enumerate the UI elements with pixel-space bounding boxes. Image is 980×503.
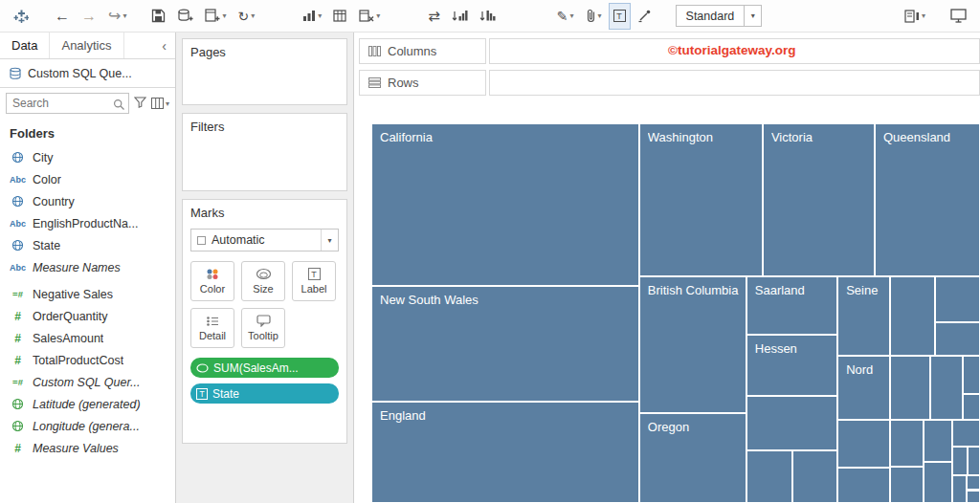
refresh-button[interactable]: ↻▾ — [234, 4, 258, 29]
detail-button[interactable]: Detail — [190, 308, 234, 348]
sort-ascending-button[interactable] — [448, 4, 472, 29]
treemap-cell-british-columbia[interactable]: British Columbia — [639, 276, 746, 413]
field-city[interactable]: City — [0, 146, 175, 168]
treemap-cell[interactable] — [963, 356, 980, 394]
treemap-cell[interactable] — [952, 447, 969, 474]
fix-axes-icon — [637, 10, 651, 23]
filters-card[interactable]: Filters — [182, 113, 347, 191]
treemap-cell[interactable] — [924, 462, 952, 503]
treemap-cell-victoria[interactable]: Victoria — [763, 123, 875, 276]
tableau-logo[interactable] — [10, 4, 33, 29]
field-label: Longitude (genera... — [33, 420, 140, 433]
save-button[interactable] — [147, 4, 169, 29]
field-country[interactable]: Country — [0, 190, 175, 212]
field-state[interactable]: State — [0, 234, 175, 256]
treemap-cell[interactable] — [930, 356, 963, 420]
label-button-label: Label — [301, 283, 327, 295]
treemap-cell[interactable] — [924, 420, 952, 462]
treemap-cell[interactable] — [792, 450, 837, 503]
treemap-cell[interactable] — [968, 447, 980, 474]
treemap-cell-washington[interactable]: Washington — [639, 123, 763, 276]
treemap-cell[interactable] — [746, 450, 792, 503]
treemap-cell-label: Queensland — [883, 130, 974, 145]
treemap-cell-hessen[interactable]: Hessen — [746, 335, 837, 396]
swap-rows-columns-button[interactable]: ⇄ — [424, 4, 444, 29]
mark-label-icon: T — [613, 10, 626, 22]
show-hide-cards-button[interactable]: ▾ — [901, 4, 929, 29]
field-longitude-genera[interactable]: Longitude (genera... — [0, 415, 175, 437]
rows-shelf[interactable] — [489, 70, 980, 96]
presentation-mode-button[interactable] — [947, 4, 970, 29]
color-button[interactable]: Color — [190, 261, 234, 301]
field-custom-sql-quer[interactable]: =#Custom SQL Quer... — [0, 371, 175, 393]
treemap-cell[interactable] — [890, 420, 924, 466]
datasource-item[interactable]: Custom SQL Que... — [0, 59, 175, 88]
tab-analytics[interactable]: Analytics — [50, 33, 123, 58]
field-orderquantity[interactable]: #OrderQuantity — [0, 305, 175, 327]
fit-selector[interactable]: Standard ▾ — [676, 5, 763, 27]
paperclip-icon — [586, 9, 596, 23]
treemap-cell[interactable] — [967, 491, 980, 503]
tooltip-icon — [256, 315, 271, 327]
group-members-button[interactable]: ▾ — [582, 4, 606, 29]
tab-data[interactable]: Data — [0, 33, 50, 58]
field-totalproductcost[interactable]: #TotalProductCost — [0, 349, 175, 371]
treemap-cell-seine[interactable]: Seine — [837, 276, 890, 356]
mark-type-dropdown[interactable]: Automatic ▾ — [190, 229, 339, 252]
redo-button[interactable]: → — [78, 4, 100, 29]
pill-sum-salesamount[interactable]: SUM(SalesAm... — [190, 358, 339, 378]
treemap-cell[interactable] — [935, 322, 980, 356]
field-measure-names[interactable]: AbcMeasure Names — [0, 256, 175, 278]
bar-chart-view-button[interactable]: ▾ — [299, 4, 325, 29]
sort-descending-button[interactable] — [476, 4, 500, 29]
treemap-cell-new-south-wales[interactable]: New South Wales — [371, 286, 639, 402]
new-worksheet-button[interactable]: ▾ — [201, 4, 230, 29]
treemap-cell[interactable] — [890, 467, 924, 503]
treemap-cell[interactable] — [963, 394, 980, 420]
treemap-cell-label: Victoria — [771, 130, 869, 145]
treemap-cell[interactable] — [890, 276, 935, 356]
treemap-cell-nord[interactable]: Nord — [837, 356, 890, 420]
duplicate-sheet-button[interactable] — [329, 4, 351, 29]
columns-shelf[interactable]: ©tutorialgateway.org — [489, 38, 980, 64]
new-data-source-button[interactable] — [173, 4, 197, 29]
pages-card[interactable]: Pages — [182, 38, 347, 105]
replay-button[interactable]: ↪▾ — [104, 4, 130, 29]
tooltip-button-label: Tooltip — [248, 330, 278, 341]
size-button[interactable]: Size — [241, 261, 285, 301]
treemap-cell-queensland[interactable]: Queensland — [875, 123, 980, 276]
treemap-cell[interactable] — [935, 276, 980, 322]
marks-card-title: Marks — [190, 206, 224, 220]
view-options-button[interactable]: ▾ — [151, 98, 169, 109]
clear-sheet-button[interactable]: ▾ — [355, 4, 384, 29]
field-measure-values[interactable]: #Measure Values — [0, 437, 175, 459]
treemap-cell-saarland[interactable]: Saarland — [746, 276, 837, 335]
field-color[interactable]: AbcColor — [0, 168, 175, 190]
field-englishproductna[interactable]: AbcEnglishProductNa... — [0, 212, 175, 234]
field-label: Negative Sales — [33, 288, 113, 301]
field-latitude-generated[interactable]: Latitude (generated) — [0, 393, 175, 415]
collapse-pane-button[interactable]: ‹ — [153, 33, 175, 58]
database-icon — [9, 67, 22, 80]
treemap-cell[interactable] — [837, 420, 890, 467]
field-salesamount[interactable]: #SalesAmount — [0, 327, 175, 349]
treemap-cell[interactable] — [837, 468, 890, 503]
treemap-cell-california[interactable]: California — [371, 123, 639, 286]
treemap-cell-oregon[interactable]: Oregon — [639, 413, 746, 503]
treemap-cell[interactable] — [746, 396, 837, 449]
undo-button[interactable]: ← — [51, 4, 74, 29]
treemap-cell[interactable] — [967, 475, 980, 491]
treemap-cell[interactable] — [952, 420, 980, 447]
pill-state[interactable]: T State — [190, 383, 339, 404]
highlight-button[interactable]: ✎▾ — [553, 4, 578, 29]
show-mark-labels-button[interactable]: T — [610, 4, 630, 29]
field-negative-sales[interactable]: =#Negative Sales — [0, 283, 175, 305]
tooltip-button[interactable]: Tooltip — [241, 308, 285, 348]
search-input[interactable] — [7, 94, 128, 113]
treemap-cell-england[interactable]: England — [371, 402, 639, 503]
filter-fields-button[interactable] — [134, 95, 146, 112]
fix-axes-button[interactable] — [634, 4, 655, 29]
label-button[interactable]: T Label — [292, 261, 336, 301]
treemap-cell[interactable] — [890, 356, 931, 420]
treemap-cell[interactable] — [952, 475, 967, 503]
